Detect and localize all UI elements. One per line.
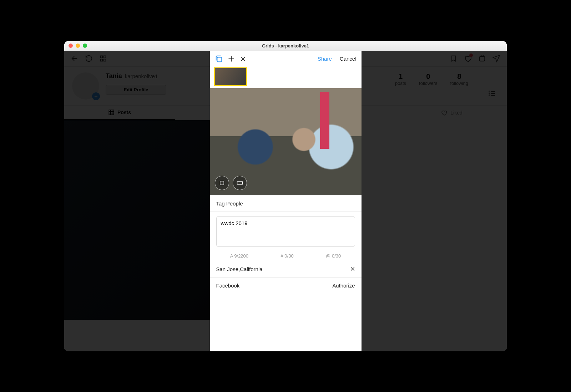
media-preview[interactable] xyxy=(210,88,362,195)
svg-rect-24 xyxy=(237,182,242,184)
svg-rect-23 xyxy=(220,181,224,185)
add-media-button[interactable] xyxy=(228,55,235,62)
composer-modal: Share Cancel xyxy=(210,51,362,351)
mention-counter: @ 0/30 xyxy=(326,253,341,259)
thumbnail-strip xyxy=(210,67,362,88)
window-titlebar: Grids - karpenkolive1 xyxy=(64,41,507,51)
media-thumbnail[interactable] xyxy=(214,67,247,86)
caption-counters: A 9/2200 # 0/30 @ 0/30 xyxy=(210,250,362,261)
carousel-icon[interactable] xyxy=(215,55,223,63)
facebook-row[interactable]: Facebook Authorize xyxy=(210,277,362,294)
cancel-button[interactable]: Cancel xyxy=(340,56,357,62)
tag-people-row[interactable]: Tag People xyxy=(210,195,362,212)
svg-rect-18 xyxy=(217,57,222,62)
aspect-square-button[interactable] xyxy=(215,176,229,190)
window-controls xyxy=(64,44,87,48)
facebook-authorize-button[interactable]: Authorize xyxy=(332,282,355,289)
caption-input[interactable] xyxy=(216,216,355,247)
app-body: + Tania karpenkolive1 Edit Profile 1 pos… xyxy=(64,51,507,351)
window-close-button[interactable] xyxy=(69,44,73,48)
image-banner xyxy=(320,92,329,149)
caption-section xyxy=(210,212,362,250)
hashtag-counter: # 0/30 xyxy=(281,253,294,259)
location-row[interactable]: San Jose,California xyxy=(210,261,362,277)
window-zoom-button[interactable] xyxy=(83,44,87,48)
facebook-label: Facebook xyxy=(216,282,240,289)
app-window: Grids - karpenkolive1 xyxy=(64,41,507,351)
clear-location-button[interactable] xyxy=(350,266,355,271)
char-counter: A 9/2200 xyxy=(230,253,248,259)
window-title: Grids - karpenkolive1 xyxy=(64,43,507,49)
composer-header: Share Cancel xyxy=(210,51,362,67)
aspect-wide-button[interactable] xyxy=(233,176,247,190)
location-value: San Jose,California xyxy=(216,266,263,272)
window-minimize-button[interactable] xyxy=(76,44,80,48)
tag-people-label: Tag People xyxy=(216,200,243,207)
remove-media-button[interactable] xyxy=(240,56,246,62)
modal-overlay: Share Cancel xyxy=(64,51,507,351)
share-button[interactable]: Share xyxy=(318,56,332,62)
